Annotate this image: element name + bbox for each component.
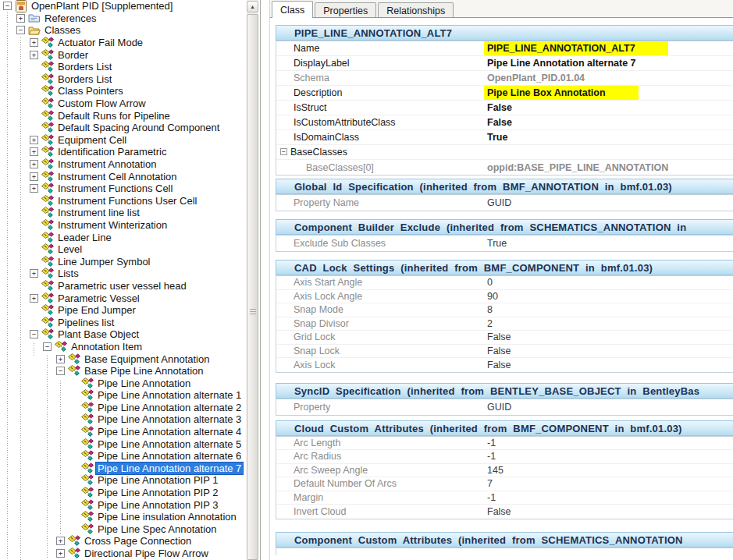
collapse-icon[interactable]: − <box>56 367 65 375</box>
tree-item[interactable]: Pipe Line insulation Annotation <box>0 511 247 523</box>
property-row[interactable]: SchemaOpenPlant_PID.01.04 <box>276 71 733 86</box>
tree-item[interactable]: Pipe Line Annotation <box>0 377 247 389</box>
property-row[interactable]: BaseClasses[0]oppid:BASE_PIPE_LINE_ANNOT… <box>276 160 733 175</box>
tree-item[interactable]: Pipe Line Annotation alternate 7 <box>0 463 247 475</box>
property-row[interactable]: NamePIPE_LINE_ANNOTATION_ALT7 <box>276 41 733 56</box>
tree-item[interactable]: Instrument Winterization <box>0 219 247 232</box>
property-label: Description <box>294 87 343 98</box>
tree-item[interactable]: −Classes <box>0 24 247 37</box>
expand-icon[interactable]: + <box>56 537 65 545</box>
expand-icon[interactable]: + <box>30 160 38 168</box>
tree-item[interactable]: Custom Flow Arrow <box>0 97 247 110</box>
expand-icon[interactable]: + <box>30 38 38 47</box>
property-row[interactable]: PropertyGUID <box>276 399 733 415</box>
expand-icon[interactable]: + <box>30 51 38 59</box>
tab-relationships[interactable]: Relationships <box>378 2 454 18</box>
tree-item[interactable]: Pipe Line Annotation alternate 2 <box>0 402 247 414</box>
tree-item[interactable]: +Instrument Functions Cell <box>0 183 247 195</box>
collapse-icon[interactable]: − <box>43 342 52 351</box>
class-icon <box>81 426 94 438</box>
tree-item-label: Default Runs for Pipeline <box>56 110 172 122</box>
tree-item[interactable]: Pipe Line Annotation alternate 6 <box>0 450 247 463</box>
collapse-icon[interactable]: − <box>16 26 25 34</box>
tree-item[interactable]: Pipelines list <box>0 316 247 328</box>
tree-item[interactable]: Pipe Line Annotation alternate 1 <box>0 389 247 402</box>
tree-item[interactable]: Line Jumper Symbol <box>0 255 247 268</box>
property-row[interactable]: Axis LockFalse <box>276 358 733 372</box>
property-row[interactable]: Arc Sweep Angle145 <box>276 464 733 478</box>
tree-item[interactable]: Pipe Line Annotation alternate 5 <box>0 438 247 450</box>
property-row[interactable]: Property NameGUID <box>276 195 733 211</box>
tab-properties[interactable]: Properties <box>315 2 376 18</box>
panel-splitter[interactable] <box>260 0 261 560</box>
expand-icon[interactable]: + <box>30 184 38 193</box>
property-row[interactable]: IsDomainClassTrue <box>276 130 733 145</box>
property-row[interactable]: Arc Radius-1 <box>276 450 733 464</box>
property-row[interactable]: Axis Lock Angle90 <box>276 290 733 304</box>
property-row[interactable]: Axis Start Angle0 <box>276 276 733 290</box>
tree-item[interactable]: +Base Equipment Annotation <box>0 353 247 365</box>
tree-scrollbar[interactable]: ▲ <box>247 0 258 560</box>
tree-item[interactable]: +Identification Parametric <box>0 146 247 158</box>
tree-item[interactable]: Borders List <box>0 73 247 86</box>
tree-item[interactable]: Pipe Line Annotation alternate 3 <box>0 413 247 426</box>
property-row[interactable]: Invert CloudFalse <box>276 505 733 519</box>
tree-item[interactable]: +Directional Pipe Flow Arrow <box>0 548 247 560</box>
tree-item[interactable]: +References <box>0 12 247 25</box>
tree-item[interactable]: −Annotation Item <box>0 341 247 353</box>
tree-item[interactable]: +Actuator Fail Mode <box>0 37 247 49</box>
property-row[interactable]: IsStructFalse <box>276 101 733 115</box>
property-row[interactable]: Margin-1 <box>276 491 733 505</box>
scrollbar-thumb[interactable] <box>247 14 258 560</box>
expand-icon[interactable]: + <box>30 136 38 144</box>
expand-icon[interactable]: + <box>30 269 38 278</box>
expand-icon[interactable]: + <box>30 147 38 156</box>
property-row[interactable]: Snap Divisor2 <box>276 317 733 331</box>
tree-item[interactable]: +Border <box>0 48 247 61</box>
tree-item[interactable]: +Lists <box>0 268 247 280</box>
tree-item[interactable]: Default Spacing Around Component <box>0 122 247 134</box>
tree-item[interactable]: −OpenPlant PID [Supplemented] <box>0 0 247 12</box>
scroll-up-icon[interactable]: ▲ <box>247 1 258 12</box>
tree-item[interactable]: Pipe Line Annotation PIP 3 <box>0 498 247 511</box>
tree-item[interactable]: Parametric user vessel head <box>0 280 247 292</box>
property-row[interactable]: Arc Length-1 <box>276 437 733 451</box>
tree-item[interactable]: Instrument Functions User Cell <box>0 195 247 207</box>
tree-item[interactable]: −Base Pipe Line Annotation <box>0 365 247 377</box>
expand-icon[interactable]: + <box>30 172 38 181</box>
tree-item[interactable]: Pipe End Jumper <box>0 304 247 317</box>
tree-item[interactable]: Class Pointers <box>0 85 247 97</box>
tree-item[interactable]: Instrument line list <box>0 207 247 219</box>
tree-item[interactable]: Pipe Line Annotation PIP 1 <box>0 474 247 487</box>
property-row[interactable]: Default Number Of Arcs7 <box>276 477 733 491</box>
expand-icon[interactable]: + <box>16 14 25 23</box>
tree-item[interactable]: Default Runs for Pipeline <box>0 109 247 122</box>
property-row[interactable]: DisplayLabelPipe Line Annotation alterna… <box>276 56 733 71</box>
collapse-icon[interactable]: − <box>3 2 12 10</box>
tree-item[interactable]: +Cross Page Connection <box>0 535 247 548</box>
collapse-icon[interactable]: − <box>280 148 287 155</box>
tree-item[interactable]: Pipe Line Annotation PIP 2 <box>0 487 247 499</box>
expand-icon[interactable]: + <box>56 549 65 558</box>
tree-item[interactable]: Pipe Line Spec Annotation <box>0 523 247 536</box>
tree-item[interactable]: −Plant Base Object <box>0 328 247 341</box>
tree-item[interactable]: +Instrument Annotation <box>0 158 247 171</box>
collapse-icon[interactable]: − <box>30 330 38 338</box>
tree-item[interactable]: Borders List <box>0 61 247 73</box>
property-row[interactable]: Snap LockFalse <box>276 345 733 359</box>
tab-class[interactable]: Class <box>272 1 313 18</box>
tree-item[interactable]: +Equipment Cell <box>0 134 247 147</box>
tree-item[interactable]: Leader Line <box>0 231 247 243</box>
property-row[interactable]: Exclude Sub ClassesTrue <box>276 236 733 251</box>
property-row[interactable]: DescriptionPipe Line Box Annotation <box>276 86 733 101</box>
property-row[interactable]: −BaseClasses <box>276 145 733 160</box>
property-row[interactable]: IsCustomAttributeClassFalse <box>276 115 733 130</box>
property-row[interactable]: Snap Mode8 <box>276 303 733 317</box>
tree-item[interactable]: +Instrument Cell Annotation <box>0 170 247 183</box>
tree-item[interactable]: +Parametric Vessel <box>0 292 247 304</box>
tree-item[interactable]: Level <box>0 243 247 256</box>
tree-item[interactable]: Pipe Line Annotation alternate 4 <box>0 426 247 438</box>
property-row[interactable]: Grid LockFalse <box>276 331 733 345</box>
expand-icon[interactable]: + <box>56 355 65 363</box>
expand-icon[interactable]: + <box>30 294 38 303</box>
